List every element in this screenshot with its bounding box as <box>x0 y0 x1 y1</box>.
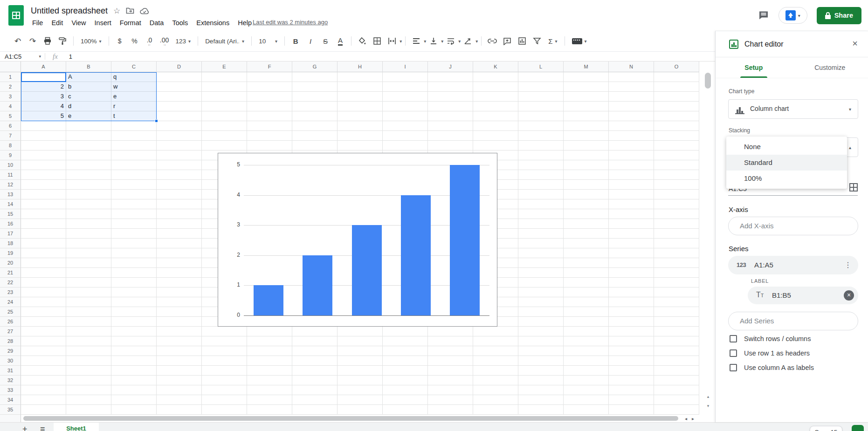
cell-C5[interactable]: t <box>111 111 157 121</box>
cell-F5[interactable] <box>247 111 292 121</box>
row-header-15[interactable]: 15 <box>0 209 21 219</box>
cell-F30[interactable] <box>247 356 292 366</box>
cell-L4[interactable] <box>518 102 564 111</box>
cell-K28[interactable] <box>473 336 518 346</box>
increase-decimals-button[interactable]: .00 → <box>158 34 171 48</box>
cell-K3[interactable] <box>473 92 518 102</box>
cell-I35[interactable] <box>383 405 428 415</box>
cell-A23[interactable] <box>21 287 66 297</box>
stacking-option-none[interactable]: None <box>726 139 847 155</box>
cell-A28[interactable] <box>21 336 66 346</box>
cell-L15[interactable] <box>518 209 564 219</box>
cell-O23[interactable] <box>654 287 699 297</box>
create-filter-button[interactable] <box>530 34 544 48</box>
cell-N2[interactable] <box>609 82 654 92</box>
cell-M7[interactable] <box>564 131 609 141</box>
series-label-row[interactable]: TT B1:B5 × <box>748 287 858 304</box>
cell-N5[interactable] <box>609 111 654 121</box>
cell-B17[interactable] <box>66 229 111 239</box>
cell-A35[interactable] <box>21 405 66 415</box>
number-format-select[interactable]: 123 ▾ <box>173 34 194 48</box>
row-header-5[interactable]: 5 <box>0 111 21 121</box>
cell-B2[interactable]: b <box>66 82 111 92</box>
cell-M34[interactable] <box>564 395 609 405</box>
row-header-30[interactable]: 30 <box>0 356 21 366</box>
cell-D19[interactable] <box>157 248 202 258</box>
cell-B15[interactable] <box>66 209 111 219</box>
cell-M23[interactable] <box>564 287 609 297</box>
cell-O7[interactable] <box>654 131 699 141</box>
cell-A15[interactable] <box>21 209 66 219</box>
column-header-A[interactable]: A <box>21 62 66 72</box>
cell-D31[interactable] <box>157 366 202 376</box>
chevron-down-icon[interactable]: ▾ <box>441 39 443 44</box>
cell-D20[interactable] <box>157 258 202 268</box>
cell-L30[interactable] <box>518 356 564 366</box>
cell-N9[interactable] <box>609 151 654 160</box>
horizontal-scrollbar-thumb[interactable] <box>23 416 678 421</box>
cell-J5[interactable] <box>428 111 473 121</box>
cell-I34[interactable] <box>383 395 428 405</box>
cell-D2[interactable] <box>157 82 202 92</box>
cell-M1[interactable] <box>564 72 609 82</box>
cell-G2[interactable] <box>292 82 338 92</box>
cell-M12[interactable] <box>564 180 609 190</box>
font-select[interactable]: Default (Ari… ▾ <box>202 34 247 48</box>
cell-I28[interactable] <box>383 336 428 346</box>
cell-A29[interactable] <box>21 346 66 356</box>
cell-C16[interactable] <box>111 219 157 229</box>
cell-I27[interactable] <box>383 327 428 336</box>
cell-M2[interactable] <box>564 82 609 92</box>
cell-M27[interactable] <box>564 327 609 336</box>
cell-D12[interactable] <box>157 180 202 190</box>
cell-M33[interactable] <box>564 385 609 395</box>
cell-K32[interactable] <box>473 376 518 385</box>
cell-G7[interactable] <box>292 131 338 141</box>
add-series-input[interactable]: Add Series <box>728 312 858 330</box>
cell-O29[interactable] <box>654 346 699 356</box>
font-size-select[interactable]: 10 ▾ <box>256 34 280 48</box>
chevron-down-icon[interactable]: ▾ <box>424 39 426 44</box>
cell-A31[interactable] <box>21 366 66 376</box>
select-all-corner[interactable] <box>0 62 21 72</box>
cell-A7[interactable] <box>21 131 66 141</box>
cell-O17[interactable] <box>654 229 699 239</box>
star-icon[interactable]: ☆ <box>113 7 120 15</box>
cell-H30[interactable] <box>338 356 383 366</box>
cell-C25[interactable] <box>111 307 157 317</box>
cell-G27[interactable] <box>292 327 338 336</box>
column-header-B[interactable]: B <box>66 62 111 72</box>
cell-L35[interactable] <box>518 405 564 415</box>
cell-O3[interactable] <box>654 92 699 102</box>
cell-I2[interactable] <box>383 82 428 92</box>
cell-F8[interactable] <box>247 141 292 151</box>
cell-A25[interactable] <box>21 307 66 317</box>
cell-H6[interactable] <box>338 121 383 131</box>
cell-M26[interactable] <box>564 317 609 327</box>
cell-I1[interactable] <box>383 72 428 82</box>
cell-B34[interactable] <box>66 395 111 405</box>
strikethrough-button[interactable]: S <box>319 34 332 48</box>
cell-K30[interactable] <box>473 356 518 366</box>
cell-I8[interactable] <box>383 141 428 151</box>
cell-D9[interactable] <box>157 151 202 160</box>
scroll-down-icon[interactable]: ▾ <box>701 404 715 408</box>
cell-M3[interactable] <box>564 92 609 102</box>
cell-C18[interactable] <box>111 239 157 248</box>
cell-D6[interactable] <box>157 121 202 131</box>
cell-N15[interactable] <box>609 209 654 219</box>
cell-L8[interactable] <box>518 141 564 151</box>
cell-J34[interactable] <box>428 395 473 405</box>
cell-D22[interactable] <box>157 278 202 287</box>
cell-O30[interactable] <box>654 356 699 366</box>
cell-E8[interactable] <box>202 141 247 151</box>
cell-A21[interactable] <box>21 268 66 278</box>
cell-B10[interactable] <box>66 160 111 170</box>
explore-button[interactable] <box>852 425 864 431</box>
cell-E33[interactable] <box>202 385 247 395</box>
italic-button[interactable]: I <box>304 34 317 48</box>
cell-D17[interactable] <box>157 229 202 239</box>
cell-D35[interactable] <box>157 405 202 415</box>
cell-G28[interactable] <box>292 336 338 346</box>
text-color-button[interactable]: A <box>334 34 347 48</box>
